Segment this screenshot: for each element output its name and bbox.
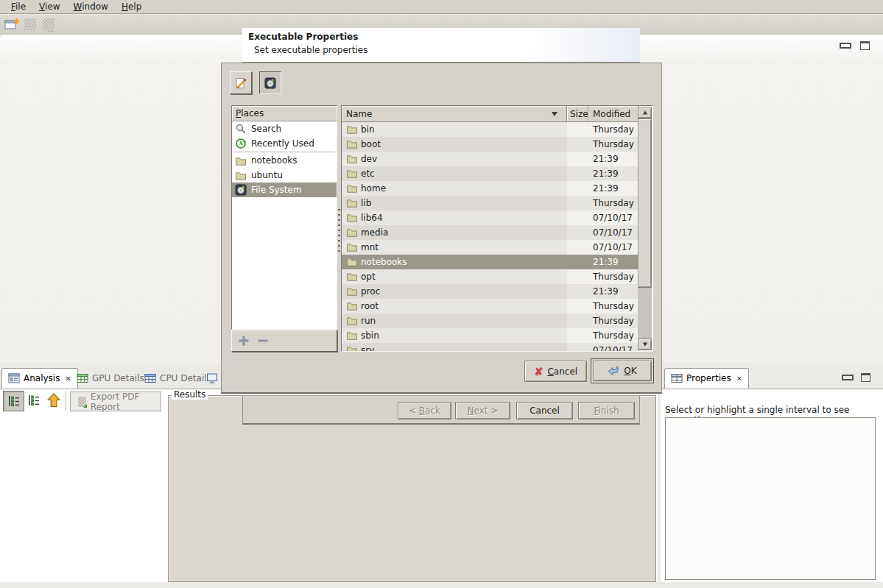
chooser-ok-button-focus-ring: OK — [591, 358, 654, 383]
scrollbar-thumb[interactable] — [638, 118, 652, 288]
maximize-icon[interactable] — [860, 41, 870, 50]
wizard-cancel-button[interactable]: Cancel — [516, 402, 573, 419]
minus-icon — [257, 335, 269, 347]
places-edit-bar — [231, 330, 337, 352]
file-row[interactable]: runThursday — [342, 314, 638, 328]
chooser-ok-button[interactable]: OK — [593, 361, 652, 381]
file-row-selected[interactable]: notebooks21:39 — [342, 255, 638, 269]
places-item-notebooks[interactable]: notebooks — [232, 153, 337, 168]
file-list-scrollbar[interactable] — [638, 107, 652, 350]
pane-splitter[interactable] — [338, 209, 340, 252]
analysis-list-toggle[interactable] — [28, 394, 40, 406]
file-row[interactable]: optThursday — [342, 269, 638, 284]
cancel-x-icon: ✘ — [534, 365, 543, 378]
file-row[interactable]: libThursday — [342, 196, 638, 210]
finish-button[interactable]: Finish — [578, 402, 635, 419]
places-separator — [233, 152, 335, 152]
folder-icon — [346, 139, 358, 149]
tab-analysis[interactable]: Analysis ✕ — [1, 368, 78, 389]
minimize-icon[interactable] — [842, 375, 854, 380]
menu-item-file[interactable]: File — [4, 1, 32, 13]
file-row[interactable]: mnt07/10/17 — [342, 240, 638, 255]
minimize-icon[interactable] — [840, 43, 851, 49]
folder-icon — [235, 171, 247, 180]
folder-icon — [346, 183, 358, 193]
back-button[interactable]: < Back — [398, 402, 451, 419]
folder-icon — [235, 156, 247, 166]
next-button[interactable]: Next > — [455, 402, 510, 419]
folder-icon — [346, 257, 358, 266]
analysis-tab-icon — [8, 372, 20, 384]
edit-pencil-icon — [234, 77, 247, 90]
scroll-down-button[interactable] — [638, 339, 652, 350]
promote-analysis-button[interactable] — [47, 393, 60, 408]
file-row[interactable]: home21:39 — [342, 181, 638, 196]
file-row[interactable]: dev21:39 — [342, 152, 638, 166]
list-view-icon — [28, 394, 40, 406]
places-item-search[interactable]: Search — [232, 121, 337, 136]
close-icon[interactable]: ✕ — [735, 375, 742, 383]
column-header-size[interactable]: Size — [567, 106, 588, 122]
chooser-cancel-button[interactable]: ✘ Cancel — [524, 361, 587, 382]
folder-icon — [346, 227, 358, 237]
results-group-label: Results — [172, 390, 208, 400]
file-row[interactable]: rootThursday — [342, 299, 638, 314]
remove-place-button[interactable] — [257, 335, 269, 347]
folder-icon — [346, 330, 358, 340]
properties-tab-icon — [671, 372, 683, 384]
folder-icon — [346, 242, 358, 252]
gpu-details-tab-icon — [77, 372, 88, 384]
cpu-details-tab-icon — [144, 372, 156, 384]
new-session-button[interactable] — [4, 18, 19, 31]
disabled-tool-icon-1 — [24, 18, 36, 30]
scroll-up-button[interactable] — [638, 107, 652, 118]
folder-icon — [346, 286, 358, 296]
menu-bar: File View Window Help — [0, 0, 883, 14]
tab-properties[interactable]: Properties ✕ — [664, 368, 749, 389]
wizard-title: Executable Properties — [248, 32, 358, 42]
analysis-list-toggle-active[interactable] — [3, 391, 24, 411]
wizard-button-bar: < Back Next > Cancel Finish — [242, 395, 640, 425]
wizard-header: Executable Properties Set executable pro… — [242, 28, 640, 63]
file-row[interactable]: lib6407/10/17 — [342, 210, 638, 225]
file-row[interactable]: etc21:39 — [342, 166, 638, 181]
folder-icon — [346, 316, 358, 325]
new-session-icon — [4, 18, 19, 31]
browse-filesystem-button[interactable] — [259, 71, 281, 94]
file-row[interactable]: media07/10/17 — [342, 225, 638, 240]
tool-ellipsis: ... — [47, 25, 54, 33]
places-header[interactable]: Places — [232, 106, 337, 121]
up-arrow-icon — [47, 393, 60, 408]
ok-enter-arrow-icon — [608, 365, 619, 377]
properties-empty-box — [665, 417, 876, 580]
file-row[interactable]: bootThursday — [342, 137, 638, 152]
file-row[interactable]: sbinThursday — [342, 328, 638, 343]
search-icon — [235, 123, 247, 135]
folder-icon — [346, 124, 358, 134]
maximize-icon[interactable] — [861, 373, 870, 382]
export-pdf-icon — [78, 397, 86, 407]
places-item-file-system[interactable]: File System — [232, 183, 337, 197]
column-header-modified[interactable]: Modified — [588, 106, 638, 122]
list-view-icon — [8, 395, 20, 407]
file-row[interactable]: binThursday — [342, 122, 638, 137]
add-place-button[interactable] — [238, 335, 250, 347]
places-item-ubuntu[interactable]: ubuntu — [232, 168, 337, 183]
places-item-recently-used[interactable]: Recently Used — [232, 136, 337, 151]
recently-used-icon — [235, 138, 247, 149]
menu-item-view[interactable]: View — [32, 1, 66, 13]
export-pdf-report-button[interactable]: Export PDF Report — [70, 392, 161, 411]
menu-item-window[interactable]: Window — [67, 1, 115, 13]
drive-icon — [264, 77, 276, 89]
toolbar-separator — [66, 391, 66, 410]
sort-descending-icon — [552, 112, 557, 116]
type-filename-button[interactable] — [230, 71, 252, 94]
column-header-name[interactable]: Name — [342, 106, 567, 122]
folder-icon — [346, 198, 358, 208]
menu-item-help[interactable]: Help — [115, 1, 148, 13]
file-chooser-dialog: Places Search Recently Used notebooks ub… — [221, 63, 662, 394]
folder-icon — [346, 345, 358, 351]
file-row[interactable]: proc21:39 — [342, 284, 638, 299]
file-row[interactable]: srv07/10/17 — [342, 343, 638, 351]
folder-icon — [346, 301, 358, 311]
